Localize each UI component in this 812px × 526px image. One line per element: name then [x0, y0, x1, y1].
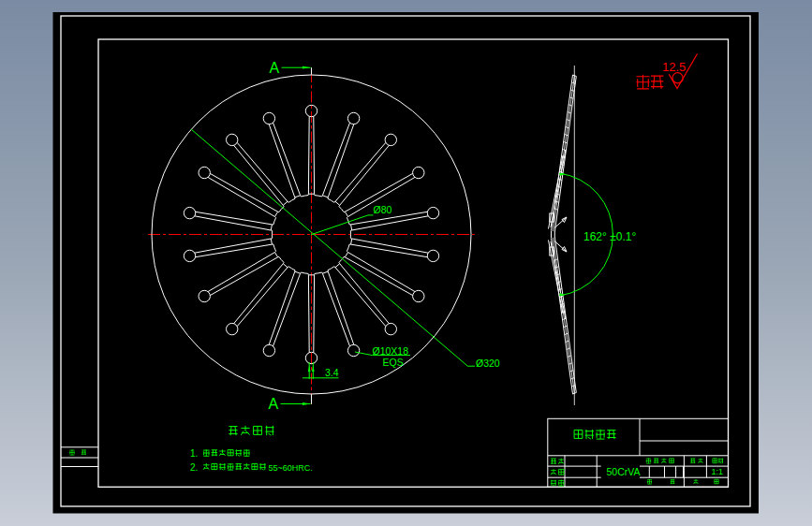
svg-text:162° ±0.1°: 162° ±0.1°	[583, 230, 636, 243]
svg-text:1:1: 1:1	[712, 467, 724, 476]
svg-text:Ø10X18: Ø10X18	[373, 345, 409, 357]
svg-text:55~60HRC.: 55~60HRC.	[269, 463, 313, 473]
svg-text:Ø80: Ø80	[374, 204, 392, 215]
svg-text:1.: 1.	[190, 448, 198, 459]
svg-text:A: A	[270, 60, 280, 76]
svg-text:50CrVA: 50CrVA	[607, 466, 641, 477]
svg-text:12.5: 12.5	[662, 60, 686, 74]
svg-text:2.: 2.	[190, 462, 198, 473]
svg-text:EQS: EQS	[383, 357, 404, 368]
svg-text:3.4: 3.4	[325, 367, 339, 378]
svg-text:Ø320: Ø320	[476, 358, 500, 369]
svg-text:A: A	[269, 396, 279, 412]
